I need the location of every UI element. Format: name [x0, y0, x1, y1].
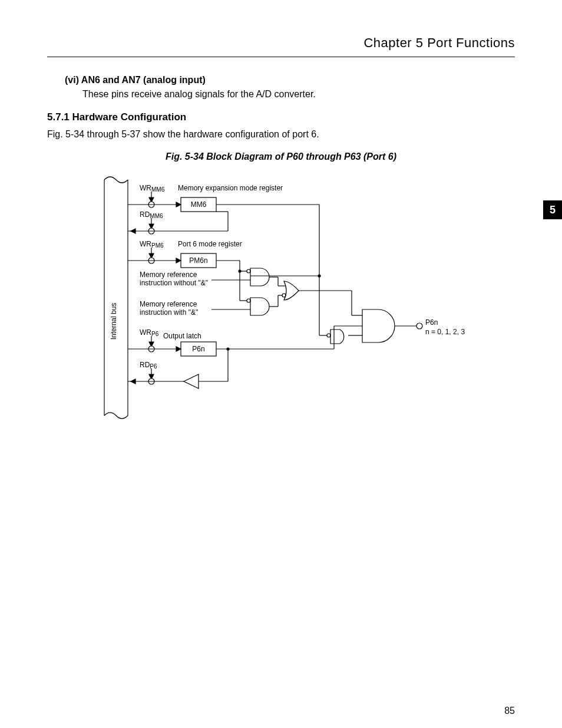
pin-p6n-note: n = 0, 1, 2, 3	[425, 328, 465, 336]
svg-point-29	[239, 270, 241, 272]
rd-mm6-label: RDMM6	[140, 210, 163, 219]
block-diagram: Internal bus WRMM6 MM6 Memory expansion …	[87, 168, 475, 421]
subsection-vi-title: (vi) AN6 and AN7 (analog input)	[65, 75, 515, 85]
pm6n-box-label: PM6n	[189, 256, 207, 265]
svg-point-60	[416, 323, 422, 329]
chapter-title: Chapter 5 Port Functions	[47, 35, 515, 51]
page-number: 85	[504, 706, 515, 716]
subsection-vi-text: These pins receive analog signals for th…	[82, 89, 515, 100]
svg-marker-65	[131, 379, 135, 384]
output-latch-label: Output latch	[163, 332, 201, 340]
memref-without-1: Memory reference	[140, 271, 197, 279]
wr-pm6-label: WRPM6	[140, 240, 164, 249]
rd-p6-label: RDP6	[140, 361, 157, 370]
p6n-box-label: P6n	[192, 345, 204, 353]
mm6-desc: Memory expansion mode register	[178, 184, 283, 192]
svg-marker-6	[176, 202, 181, 207]
svg-marker-52	[176, 347, 181, 351]
mm6-box-label: MM6	[191, 200, 207, 209]
svg-marker-22	[176, 258, 181, 263]
memref-with-2: instruction with "&"	[140, 308, 198, 317]
svg-point-47	[327, 334, 330, 337]
section-5-7-1-intro: Fig. 5-34 through 5-37 show the hardware…	[47, 129, 515, 140]
document-page: Chapter 5 Port Functions (vi) AN6 and AN…	[0, 0, 562, 728]
wr-mm6-label: WRMM6	[140, 184, 165, 193]
svg-marker-66	[184, 374, 199, 388]
section-5-7-1-heading: 5.7.1 Hardware Configuration	[47, 111, 515, 123]
figure-5-34-caption: Fig. 5-34 Block Diagram of P60 through P…	[47, 151, 515, 162]
svg-marker-16	[131, 229, 135, 233]
pin-p6n-label: P6n	[425, 318, 438, 327]
chapter-tab: 5	[543, 200, 562, 219]
pm6-desc: Port 6 mode register	[178, 240, 242, 248]
memref-without-2: instruction without "&"	[140, 279, 208, 287]
header-divider	[47, 57, 515, 57]
bus-label: Internal bus	[110, 303, 118, 340]
wr-p6-label: WRP6	[140, 328, 159, 337]
svg-point-27	[247, 269, 250, 273]
memref-with-1: Memory reference	[140, 300, 197, 308]
svg-point-31	[247, 299, 250, 302]
